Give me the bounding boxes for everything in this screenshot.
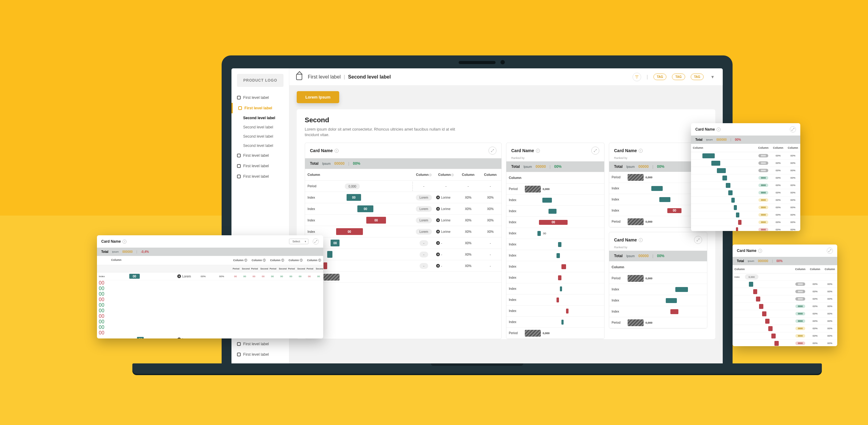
info-icon[interactable]: i <box>536 149 540 153</box>
table-row[interactable]: 000000%00% <box>691 167 800 174</box>
expand-icon[interactable] <box>827 248 833 254</box>
sidebar-bottom: First level label First level label <box>231 337 289 363</box>
info-icon[interactable]: i <box>123 240 126 244</box>
table-row[interactable]: Index00 Lorem ✕Lorime X0%X0% <box>305 203 501 215</box>
table-row[interactable]: Index <box>506 206 604 217</box>
table-row[interactable]: Index00 Lorem ✕Lorime X0%X0% <box>305 215 501 226</box>
table-row[interactable]: Index <box>506 239 604 250</box>
table-row[interactable]: Index <box>609 295 707 306</box>
expand-icon[interactable] <box>790 126 796 132</box>
table-row[interactable]: 000000%00% <box>691 189 800 196</box>
table-row[interactable]: 000000%00% <box>691 204 800 211</box>
nav-sub-3[interactable]: Second level label <box>231 132 289 141</box>
table-row[interactable]: 000000%00% <box>691 174 800 182</box>
col-4: Column <box>479 169 501 180</box>
filter-tag-1[interactable]: TAG <box>653 73 666 80</box>
col-2[interactable]: Columnⓘ <box>435 169 457 180</box>
expand-icon[interactable] <box>591 147 599 155</box>
home-icon[interactable] <box>296 74 302 80</box>
table-row[interactable]: Index00 <box>506 228 604 239</box>
info-icon[interactable]: i <box>758 249 762 253</box>
table-row[interactable]: Index <box>506 305 604 316</box>
star-icon <box>237 164 241 168</box>
filter-tag-3[interactable]: TAG <box>691 73 704 80</box>
table-row[interactable]: 000000%00% <box>733 280 837 288</box>
table-row[interactable]: 000000%00% <box>691 226 800 231</box>
col-1[interactable]: Columnⓘ <box>413 169 435 180</box>
fcb-title: Card Name <box>695 127 715 131</box>
table-row[interactable]: Index00 Lorem ✕Lorime X0%X0% <box>305 192 501 203</box>
user-icon <box>237 154 241 157</box>
nav-mid-2[interactable]: First level label <box>231 161 289 171</box>
nav-mid-2-label: First level label <box>243 164 269 168</box>
expand-icon[interactable] <box>313 238 319 245</box>
card-2: Card Name i Ranked by TotalIpsum 00000| … <box>506 143 604 339</box>
table-row[interactable]: 000000%00% <box>691 159 800 167</box>
table-row[interactable]: Index <box>506 272 604 283</box>
table-row[interactable]: Index - ✕- X0%- <box>305 260 501 272</box>
table-row[interactable]: Index <box>506 316 604 328</box>
logout-icon <box>237 353 241 356</box>
nav-sub-2[interactable]: Second level label <box>231 123 289 132</box>
table-row[interactable]: 000000%00% <box>733 295 837 303</box>
table-row[interactable]: Index00 <box>506 217 604 228</box>
table-row[interactable]: 000000%00% <box>691 219 800 226</box>
card-1-title: Card Name <box>310 148 333 153</box>
nav-mid-1-label: First level label <box>243 153 269 158</box>
table-row[interactable]: 000000%00% <box>733 310 837 317</box>
card-4-title: Card Name <box>614 238 637 242</box>
header: First level label | Second level label |… <box>289 68 723 86</box>
filter-tag-2[interactable]: TAG <box>672 73 685 80</box>
filter-button[interactable] <box>632 73 641 81</box>
table-row[interactable]: Index <box>609 306 707 317</box>
table-row[interactable]: 000000%00% <box>733 325 837 332</box>
primary-action-button[interactable]: Lorem Ipsum <box>297 91 339 103</box>
action-bar: Lorem Ipsum <box>289 86 723 105</box>
fca-title: Card Name <box>101 239 121 244</box>
table-row[interactable]: Index <box>506 283 604 295</box>
info-icon[interactable]: i <box>717 127 720 131</box>
info-icon[interactable]: i <box>639 149 643 153</box>
table-row[interactable]: 000000%00% <box>733 340 837 346</box>
table-row[interactable]: Index <box>609 284 707 295</box>
table-row[interactable]: Index - ✕- X0%- <box>305 249 501 260</box>
nav-bottom-1[interactable]: First level label <box>231 339 289 349</box>
expand-icon[interactable] <box>694 236 702 244</box>
table-row[interactable]: 000000%00% <box>733 288 837 295</box>
table-row[interactable]: 000000%00% <box>733 332 837 340</box>
select-dropdown[interactable]: Select▾ <box>289 239 308 244</box>
table-row[interactable]: 000000%00% <box>691 196 800 204</box>
table-row[interactable]: 000000%00% <box>733 303 837 310</box>
ranked-by: Ranked by <box>506 156 604 161</box>
table-row[interactable]: Index00 Lorem ✕Lorime X0%X0% <box>305 226 501 238</box>
table-row[interactable]: 000000%00% <box>691 152 800 159</box>
nav-sub-1[interactable]: Second level label <box>231 113 289 123</box>
card-2-title: Card Name <box>511 148 534 153</box>
breadcrumb-current: Second level label <box>348 74 391 80</box>
table-row[interactable]: Index <box>506 195 604 206</box>
nav-mid-1[interactable]: First level label <box>231 150 289 161</box>
table-row[interactable]: Index <box>506 261 604 272</box>
table-row[interactable]: Index <box>506 295 604 305</box>
table-row[interactable]: Index00✕Lorem00%00%00000000000000000000 <box>97 336 323 338</box>
table-row[interactable]: 000000%00% <box>691 211 800 219</box>
table-row[interactable]: Index00✕Lorem00%00%00000000000000000000 <box>97 273 323 280</box>
laptop-base <box>132 363 822 374</box>
tags-expand[interactable]: ▾ <box>709 74 716 80</box>
table-row[interactable]: 000000%00% <box>733 317 837 325</box>
card-4: Card Namei Ranked by TotalIpsum00000|00%… <box>609 232 707 329</box>
expand-icon[interactable] <box>489 147 496 155</box>
table-row[interactable]: Index00 - ✕- X0%- <box>305 238 501 249</box>
nav-bottom-2[interactable]: First level label <box>231 349 289 360</box>
breadcrumb-first[interactable]: First level label <box>308 74 341 80</box>
table-row[interactable]: Index <box>506 250 604 261</box>
nav-sub-4[interactable]: Second level label <box>231 141 289 150</box>
nav-first-1[interactable]: First level label <box>231 92 289 103</box>
info-icon[interactable]: i <box>335 149 339 153</box>
nav-first-2-label: First level label <box>244 106 272 110</box>
info-icon[interactable]: i <box>639 238 643 242</box>
card-1-totals: TotalIpsum 00000 | 00% <box>305 158 501 169</box>
nav-mid-3[interactable]: First level label <box>231 171 289 182</box>
table-row[interactable]: 000000%00% <box>691 182 800 189</box>
nav-first-2[interactable]: First level label <box>231 103 289 113</box>
